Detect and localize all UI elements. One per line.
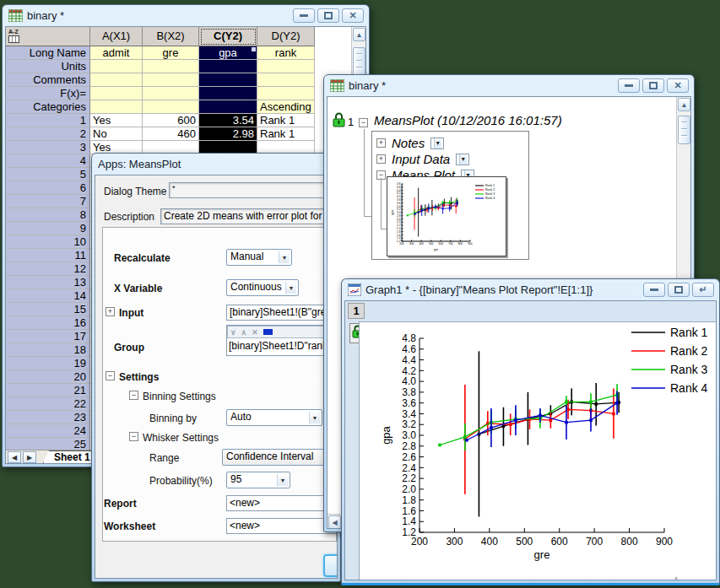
- worksheet-cell[interactable]: [90, 60, 143, 73]
- binning-collapse-icon[interactable]: −: [129, 391, 138, 400]
- return-button[interactable]: ↵: [692, 283, 714, 297]
- worksheet-cell[interactable]: 3.54: [199, 114, 257, 127]
- worksheet-cell[interactable]: [90, 73, 143, 87]
- row-number[interactable]: 13: [6, 276, 90, 289]
- row-number[interactable]: 22: [6, 397, 90, 411]
- worksheet-field[interactable]: <new>: [226, 518, 337, 534]
- tree-node-notes[interactable]: +Notes▼: [376, 136, 444, 150]
- scroll-left-icon[interactable]: ◀: [328, 515, 341, 529]
- minimize-button[interactable]: [293, 8, 315, 23]
- whisker-collapse-icon[interactable]: −: [129, 432, 138, 441]
- worksheet-cell[interactable]: 600: [143, 114, 199, 127]
- binning-by-combo[interactable]: Auto▼: [226, 409, 322, 426]
- column-header[interactable]: C(Y2): [199, 27, 257, 46]
- worksheet-cell[interactable]: [90, 100, 143, 114]
- row-number[interactable]: 15: [6, 303, 90, 316]
- probability-combo[interactable]: 95▼: [226, 472, 290, 488]
- row-number[interactable]: 16: [6, 316, 90, 330]
- worksheet-cell[interactable]: [143, 100, 199, 114]
- scrollbar-thumb[interactable]: [678, 116, 690, 144]
- worksheet-cell[interactable]: [143, 73, 199, 87]
- dialog-theme-field[interactable]: *: [169, 182, 335, 198]
- row-number[interactable]: 12: [6, 262, 90, 276]
- close-button[interactable]: ✕: [342, 8, 364, 23]
- tree-toggle-icon[interactable]: +: [376, 154, 386, 164]
- tree-node-input-data[interactable]: +Input Data▼: [376, 152, 469, 166]
- tree-root-label[interactable]: MeansPlot (10/12/2016 16:01:57): [374, 113, 562, 127]
- group-field[interactable]: [binary]Sheet1!D"rank": [229, 340, 331, 352]
- node-dropdown-icon[interactable]: ▼: [456, 154, 469, 165]
- worksheet-cell[interactable]: [257, 87, 315, 100]
- row-number[interactable]: 21: [6, 384, 90, 397]
- worksheet-titlebar[interactable]: binary * ✕: [3, 5, 369, 26]
- worksheet-cell[interactable]: No: [90, 127, 143, 141]
- row-number[interactable]: 6: [6, 181, 90, 195]
- worksheet-cell[interactable]: [257, 73, 315, 87]
- ok-button[interactable]: [323, 554, 338, 577]
- worksheet-cell[interactable]: [199, 73, 257, 87]
- tab-left-icon[interactable]: ◀: [8, 451, 21, 463]
- move-down-icon[interactable]: ∨: [230, 328, 236, 337]
- move-up-icon[interactable]: ∧: [241, 328, 247, 337]
- worksheet-cell[interactable]: Rank 1: [257, 127, 315, 141]
- row-number[interactable]: 7: [6, 195, 90, 208]
- row-number[interactable]: 23: [6, 411, 90, 424]
- remove-icon[interactable]: ✕: [252, 328, 258, 337]
- tree-collapse-icon[interactable]: −: [359, 118, 368, 127]
- recalculate-combo[interactable]: Manual▼: [226, 249, 292, 266]
- worksheet-cell[interactable]: Ascending: [257, 100, 315, 114]
- x-variable-combo[interactable]: Continuous▼: [226, 279, 299, 296]
- worksheet-cell[interactable]: admit: [90, 46, 143, 60]
- row-number[interactable]: 19: [6, 357, 90, 370]
- worksheet-cell[interactable]: [257, 60, 315, 73]
- minimize-button[interactable]: [618, 78, 640, 93]
- row-number[interactable]: 17: [6, 330, 90, 343]
- row-number[interactable]: 3: [6, 141, 90, 154]
- worksheet-cell[interactable]: [199, 100, 257, 114]
- restore-button[interactable]: [668, 283, 690, 297]
- worksheet-cell[interactable]: Rank 1: [257, 114, 315, 127]
- row-number[interactable]: 18: [6, 343, 90, 357]
- dialog-titlebar[interactable]: Apps: MeansPlot: [92, 154, 340, 175]
- tab-right-icon[interactable]: ▶: [23, 451, 36, 463]
- range-block-icon[interactable]: [263, 329, 273, 335]
- close-button[interactable]: ✕: [667, 78, 689, 93]
- row-number[interactable]: 24: [6, 424, 90, 438]
- worksheet-cell[interactable]: Yes: [90, 114, 143, 127]
- worksheet-cell[interactable]: [90, 87, 143, 100]
- scroll-up-icon[interactable]: ▲: [678, 98, 690, 111]
- row-number[interactable]: 14: [6, 289, 90, 303]
- worksheet-cell[interactable]: [143, 60, 199, 73]
- worksheet-cell[interactable]: rank: [257, 46, 315, 60]
- tree-toggle-icon[interactable]: +: [376, 138, 386, 148]
- range-combo[interactable]: Confidence Interval: [222, 449, 334, 466]
- row-number[interactable]: 2: [6, 127, 90, 141]
- input-field[interactable]: [binary]Sheet1!(B"gre",C": [226, 305, 337, 321]
- row-number[interactable]: 9: [6, 222, 90, 235]
- row-number[interactable]: 4: [6, 154, 90, 168]
- row-number[interactable]: 8: [6, 208, 90, 222]
- minimize-button[interactable]: [643, 283, 665, 297]
- node-dropdown-icon[interactable]: ▼: [430, 138, 444, 149]
- row-number[interactable]: 11: [6, 249, 90, 262]
- worksheet-cell[interactable]: 2.98: [199, 127, 257, 141]
- row-number[interactable]: 1: [6, 114, 90, 127]
- scroll-up-icon[interactable]: ▲: [353, 28, 365, 41]
- column-header[interactable]: B(X2): [143, 27, 199, 46]
- graph-titlebar[interactable]: Graph1 * - {[binary]"Means Plot Report"!…: [342, 279, 719, 300]
- worksheet-cell[interactable]: gpa: [199, 46, 257, 60]
- maximize-button[interactable]: [317, 8, 339, 23]
- worksheet-cell[interactable]: [199, 87, 257, 100]
- sort-az-icon[interactable]: A-Z: [6, 27, 90, 46]
- settings-collapse-icon[interactable]: −: [106, 371, 115, 380]
- worksheet-cell[interactable]: [143, 87, 199, 100]
- column-header[interactable]: D(Y2): [257, 27, 315, 46]
- page-tab[interactable]: 1: [348, 303, 365, 319]
- graph-page[interactable]: 1.21.41.61.82.02.22.42.62.83.03.23.43.63…: [359, 321, 717, 580]
- row-number[interactable]: 20: [6, 370, 90, 384]
- worksheet-cell[interactable]: [199, 60, 257, 73]
- report-titlebar[interactable]: binary * ✕: [324, 75, 694, 96]
- report-field[interactable]: <new>: [226, 495, 337, 511]
- input-expand-icon[interactable]: +: [106, 307, 115, 316]
- mini-means-plot[interactable]: 1.21.41.61.82.02.22.42.62.83.03.23.43.63…: [387, 176, 506, 256]
